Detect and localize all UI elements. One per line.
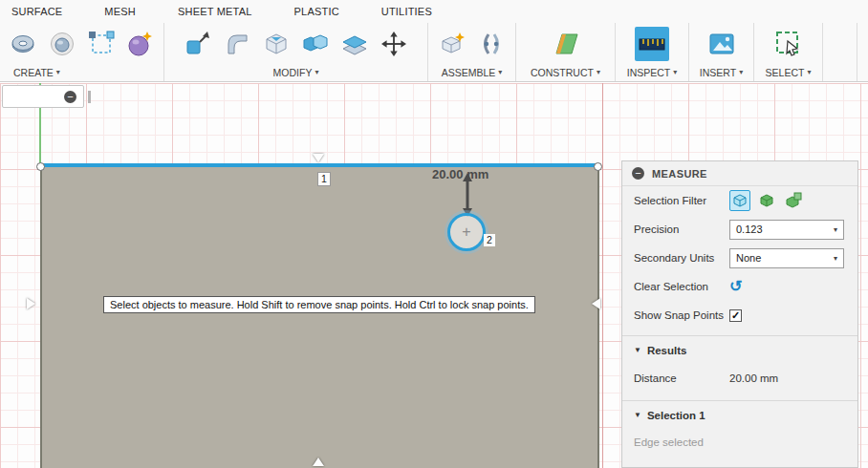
chevron-down-icon: ▾ [673, 68, 677, 76]
inspect-menu-label: INSPECT [627, 67, 671, 78]
clear-selection-undo-icon[interactable]: ↺ [729, 279, 742, 294]
selection1-status: Edge selected [622, 429, 857, 448]
offset-face-icon[interactable] [337, 27, 372, 61]
tab-plastic[interactable]: PLASTIC [294, 6, 339, 17]
results-section-header[interactable]: ▼ Results [622, 335, 857, 364]
chevron-down-icon: ▾ [807, 68, 811, 76]
tab-bar: SURFACE MESH SHEET METAL PLASTIC UTILITI… [0, 0, 868, 23]
selection1-header-label: Selection 1 [647, 410, 705, 421]
secondary-units-value: None [730, 252, 828, 264]
toolbar-groups: CREATE ▾ [0, 23, 868, 81]
edge-handle-left[interactable] [27, 298, 35, 309]
chevron-expanded-icon: ▼ [634, 346, 641, 354]
select-menu-label: SELECT [766, 67, 805, 78]
toolbar-spacer [823, 23, 857, 81]
distance-value: 20.00 mm [729, 372, 778, 384]
main-toolbar: SURFACE MESH SHEET METAL PLASTIC UTILITI… [0, 0, 868, 82]
show-snap-points-checkbox[interactable]: ✓ [729, 309, 742, 322]
edge-handle-bottom[interactable] [313, 457, 324, 466]
group-inspect: INSPECT ▾ [616, 23, 689, 81]
construction-plane-icon[interactable] [549, 27, 583, 61]
precision-row: Precision 0.123 ▾ [622, 215, 857, 244]
sketch-profile-body[interactable] [40, 166, 599, 468]
edge-handle-right[interactable] [592, 298, 600, 309]
assemble-menu-label: ASSEMBLE [442, 67, 496, 78]
filter-face-icon[interactable] [756, 190, 777, 211]
sphere-icon[interactable] [45, 27, 79, 61]
toolbar-spacer [857, 23, 868, 81]
grid-major-line [602, 83, 603, 468]
modify-menu[interactable]: MODIFY ▾ [164, 65, 427, 81]
group-select: SELECT ▾ [754, 23, 823, 81]
secondary-units-label: Secondary Units [634, 252, 729, 264]
corner-handle[interactable] [36, 162, 45, 171]
insert-menu-label: INSERT [700, 67, 736, 78]
measure-panel-header: − MEASURE [622, 161, 857, 186]
browser-drag-handle[interactable] [88, 91, 91, 103]
dimension-label: 20.00 mm [432, 167, 488, 181]
insert-menu[interactable]: INSERT ▾ [689, 65, 753, 81]
construct-menu[interactable]: CONSTRUCT ▾ [516, 65, 615, 81]
precision-dropdown[interactable]: 0.123 ▾ [729, 220, 844, 240]
clear-selection-row: Clear Selection ↺ [622, 272, 857, 301]
chevron-down-icon: ▾ [315, 68, 318, 76]
torus-icon[interactable] [6, 27, 40, 61]
precision-label: Precision [634, 223, 729, 235]
chevron-down-icon: ▾ [739, 68, 743, 76]
show-snap-points-label: Show Snap Points [634, 309, 729, 321]
modify-menu-label: MODIFY [273, 67, 313, 78]
chevron-down-icon: ▾ [828, 254, 843, 263]
move-icon[interactable] [377, 27, 411, 61]
chevron-down-icon: ▾ [828, 225, 843, 234]
filter-component-icon[interactable] [783, 190, 804, 211]
panel-title: MEASURE [652, 168, 707, 180]
edge-handle-top[interactable] [313, 154, 324, 162]
fillet-icon[interactable] [220, 27, 254, 61]
joint-icon[interactable] [474, 27, 509, 61]
inspect-menu[interactable]: INSPECT ▾ [616, 65, 688, 81]
tab-surface[interactable]: SURFACE [11, 6, 62, 17]
select-tool-icon[interactable] [771, 27, 806, 61]
chevron-down-icon: ▾ [597, 68, 600, 76]
selection-filter-row: Selection Filter [622, 186, 857, 215]
snap-point-cursor[interactable]: + [447, 213, 486, 251]
selection-filter-label: Selection Filter [634, 195, 729, 206]
rectangular-pattern-icon[interactable] [84, 27, 119, 61]
create-menu-label: CREATE [13, 67, 54, 78]
secondary-units-dropdown[interactable]: None ▾ [729, 248, 844, 268]
create-form-icon[interactable] [123, 27, 158, 61]
construct-menu-label: CONSTRUCT [531, 67, 594, 78]
measure-tooltip: Select objects to measure. Hold Shift to… [103, 296, 535, 313]
shell-icon[interactable] [259, 27, 293, 61]
press-pull-icon[interactable] [181, 27, 215, 61]
distance-row: Distance 20.00 mm [622, 364, 857, 393]
combine-icon[interactable] [298, 27, 333, 61]
select-menu[interactable]: SELECT ▾ [754, 65, 822, 81]
filter-body-icon[interactable] [729, 190, 750, 211]
tab-sheet-metal[interactable]: SHEET METAL [178, 6, 252, 17]
chevron-down-icon: ▾ [498, 68, 502, 76]
collapse-panel-icon[interactable]: − [632, 167, 644, 180]
assemble-menu[interactable]: ASSEMBLE ▾ [428, 65, 515, 81]
chevron-down-icon: ▾ [56, 68, 60, 76]
browser-collapsed-bar[interactable]: − [2, 85, 84, 108]
group-insert: INSERT ▾ [689, 23, 754, 81]
selected-edge[interactable] [40, 163, 599, 167]
group-modify: MODIFY ▾ [164, 23, 428, 81]
precision-value: 0.123 [730, 223, 828, 235]
measure-icon[interactable] [635, 27, 669, 61]
create-menu[interactable]: CREATE ▾ [0, 65, 163, 81]
selection1-section-header[interactable]: ▼ Selection 1 [622, 400, 857, 429]
tab-mesh[interactable]: MESH [104, 6, 136, 17]
collapse-browser-icon[interactable]: − [64, 91, 76, 103]
corner-handle[interactable] [594, 162, 602, 171]
crosshair-icon: + [462, 224, 470, 240]
show-snap-points-row: Show Snap Points ✓ [622, 301, 857, 330]
tab-utilities[interactable]: UTILITIES [381, 6, 432, 17]
snap-point-label-2: 2 [484, 234, 495, 246]
new-component-icon[interactable] [435, 27, 469, 61]
results-header-label: Results [647, 345, 687, 356]
group-assemble: ASSEMBLE ▾ [428, 23, 516, 81]
measure-panel: − MEASURE Selection Filter Precision 0.1… [621, 160, 858, 468]
insert-image-icon[interactable] [705, 27, 739, 61]
